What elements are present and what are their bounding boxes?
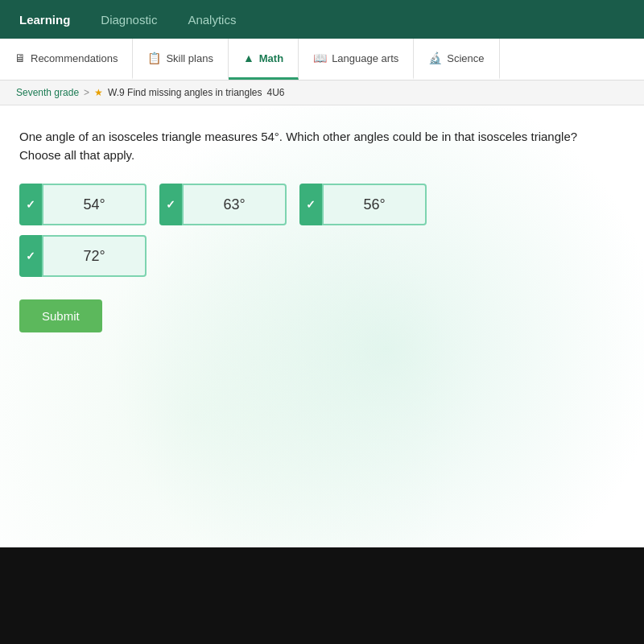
choices-row-2: ✓ 72°	[19, 235, 625, 277]
main-content: One angle of an isosceles triangle measu…	[0, 105, 644, 547]
breadcrumb-code: 4U6	[267, 87, 285, 98]
check-icon-63: ✓	[166, 198, 175, 211]
breadcrumb-star-icon: ★	[94, 87, 103, 98]
check-icon-72: ✓	[26, 250, 35, 262]
choice-label-56: 56°	[322, 184, 427, 225]
checkbox-54[interactable]: ✓	[19, 184, 42, 225]
check-icon-54: ✓	[26, 198, 35, 211]
math-icon: ▲	[243, 52, 254, 64]
tab-skill-plans[interactable]: 📋 Skill plans	[133, 39, 229, 80]
breadcrumb: Seventh grade > ★ W.9 Find missing angle…	[0, 80, 644, 105]
breadcrumb-grade[interactable]: Seventh grade	[16, 87, 79, 98]
top-nav-analytics[interactable]: Analytics	[184, 6, 239, 33]
breadcrumb-separator: >	[84, 87, 89, 98]
question-text: One angle of an isosceles triangle measu…	[19, 128, 583, 164]
top-nav-diagnostic[interactable]: Diagnostic	[97, 6, 160, 33]
choice-72[interactable]: ✓ 72°	[19, 235, 147, 277]
language-arts-icon: 📖	[313, 52, 327, 64]
tab-math[interactable]: ▲ Math	[229, 39, 299, 80]
science-icon: 🔬	[428, 52, 442, 64]
choices-grid: ✓ 54° ✓ 63° ✓ 56°	[19, 184, 625, 277]
choice-63[interactable]: ✓ 63°	[159, 184, 287, 225]
checkbox-56[interactable]: ✓	[299, 184, 322, 225]
choices-row-1: ✓ 54° ✓ 63° ✓ 56°	[19, 184, 625, 225]
submit-button[interactable]: Submit	[19, 299, 102, 332]
breadcrumb-skill: W.9 Find missing angles in triangles	[108, 87, 262, 98]
tab-language-arts[interactable]: 📖 Language arts	[299, 39, 414, 80]
choice-56[interactable]: ✓ 56°	[299, 184, 427, 225]
tab-science[interactable]: 🔬 Science	[414, 39, 499, 80]
top-nav-learning[interactable]: Learning	[16, 6, 73, 33]
check-icon-56: ✓	[306, 198, 316, 211]
choice-54[interactable]: ✓ 54°	[19, 184, 147, 225]
sub-nav: 🖥 Recommendations 📋 Skill plans ▲ Math 📖…	[0, 39, 644, 80]
tab-recommendations[interactable]: 🖥 Recommendations	[0, 39, 133, 80]
recommendations-icon: 🖥	[14, 52, 26, 64]
choice-label-72: 72°	[42, 235, 147, 277]
choice-label-63: 63°	[182, 184, 287, 225]
checkbox-63[interactable]: ✓	[159, 184, 182, 225]
top-nav: Learning Diagnostic Analytics	[0, 0, 644, 39]
choice-label-54: 54°	[42, 184, 147, 225]
bottom-bar	[0, 547, 644, 644]
skill-plans-icon: 📋	[147, 52, 161, 64]
checkbox-72[interactable]: ✓	[19, 235, 42, 277]
